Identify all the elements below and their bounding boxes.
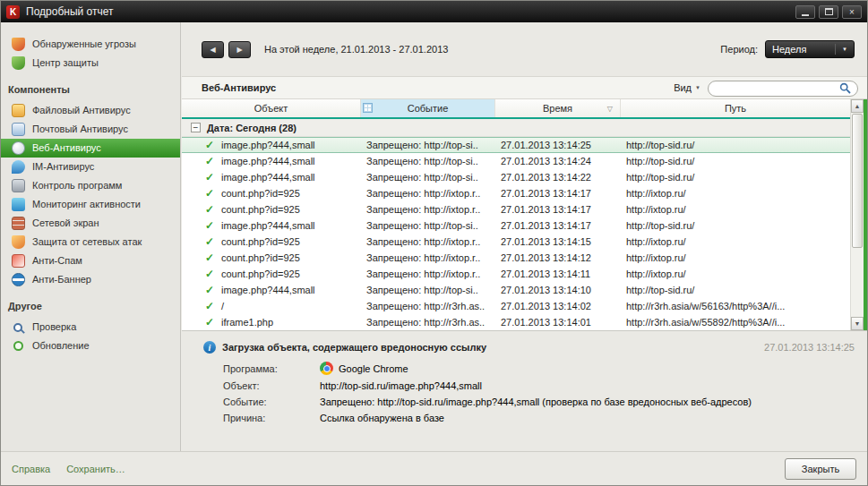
details-field-label: Событие: (223, 396, 320, 407)
check-icon: ✓ (205, 316, 216, 328)
sidebar-item-app-control[interactable]: Контроль программ (1, 176, 180, 195)
table-row[interactable]: ✓ count.php?id=925 Запрещено: http://ixt… (182, 250, 850, 266)
sidebar-item-update[interactable]: Обновление (1, 337, 180, 355)
path-cell: http://ixtop.ru/ (621, 269, 850, 279)
sidebar-item-anti-spam[interactable]: Анти-Спам (1, 252, 180, 270)
object-cell: ✓ count.php?id=925 (182, 187, 361, 200)
sidebar: Обнаруженные угрозы Центр защиты Компоне… (1, 22, 181, 451)
table-row[interactable]: ✓ image.php?444,small Запрещено: http://… (182, 217, 850, 234)
event-cell: Запрещено: http://ixtop.r.. (361, 252, 495, 263)
sidebar-item-label: Почтовый Антивирус (32, 124, 128, 135)
main-area: ◀ ▶ На этой неделе, 21.01.2013 - 27.01.2… (182, 22, 867, 451)
event-cell: Запрещено: http://top-si.. (361, 285, 495, 295)
sidebar-item-label: Анти-Баннер (32, 274, 91, 286)
column-header-path[interactable]: Путь (621, 99, 850, 117)
scrollbar-thumb[interactable] (852, 114, 863, 248)
details-field: Причина: Ссылка обнаружена в базе (223, 413, 855, 423)
details-field: Событие: Запрещено: http://top-sid.ru/im… (223, 396, 855, 407)
sort-descending-icon: ▽ (607, 105, 613, 113)
sidebar-item-network-attack[interactable]: Защита от сетевых атак (1, 233, 180, 252)
object-text: image.php?444,small (221, 172, 315, 183)
path-cell: http://top-sid.ru/ (621, 220, 850, 231)
help-link[interactable]: Справка (12, 464, 50, 474)
sidebar-item-label: Веб-Антивирус (32, 142, 101, 154)
sidebar-item-mail-av[interactable]: Почтовый Антивирус (1, 120, 180, 139)
scroll-down-button[interactable]: ▼ (851, 317, 864, 330)
group-row: − Дата: Сегодня (28) (182, 119, 850, 137)
view-dropdown[interactable]: Вид ▼ (674, 82, 700, 93)
table-row[interactable]: ✓ / Запрещено: http://r3rh.as.. 27.01.20… (182, 298, 850, 314)
sidebar-item-label: Файловый Антивирус (32, 105, 131, 116)
details-field-value: Google Chrome (339, 363, 408, 374)
mail-av-icon (12, 123, 25, 136)
back-button[interactable]: ◀ (202, 41, 224, 58)
details-panel: i Загрузка объекта, содержащего вредонос… (182, 330, 867, 451)
sidebar-item-label: Защита от сетевых атак (32, 236, 142, 248)
time-cell: 27.01.2013 13:14:24 (495, 156, 621, 166)
table-row[interactable]: ✓ image.php?444,small Запрещено: http://… (182, 169, 850, 185)
column-header-time[interactable]: Время ▽ (495, 99, 621, 117)
table-row[interactable]: ✓ count.php?id=925 Запрещено: http://ixt… (182, 185, 850, 201)
table-row[interactable]: ✓ image.php?444,small Запрещено: http://… (182, 282, 850, 298)
table-row[interactable]: ✓ count.php?id=925 Запрещено: http://ixt… (182, 201, 850, 217)
section-bar: Веб-Антивирус Вид ▼ (182, 76, 867, 99)
table-row[interactable]: ✓ iframe1.php Запрещено: http://r3rh.as.… (182, 314, 850, 330)
sidebar-item-label: IM-Антивирус (32, 161, 94, 173)
scroll-up-button[interactable]: ▲ (851, 99, 864, 113)
filter-icon[interactable] (363, 103, 373, 113)
column-header-object[interactable]: Объект (182, 99, 361, 117)
period-dropdown[interactable]: Неделя ▼ (765, 40, 855, 58)
sidebar-item-anti-banner[interactable]: Анти-Баннер (1, 270, 180, 289)
table-row[interactable]: ✓ count.php?id=925 Запрещено: http://ixt… (182, 234, 850, 250)
object-text: image.php?444,small (221, 156, 315, 166)
sidebar-item-firewall[interactable]: Сетевой экран (1, 214, 180, 233)
maximize-icon (825, 8, 833, 15)
event-cell: Запрещено: http://ixtop.r.. (361, 188, 495, 199)
titlebar: K Подробный отчет × (1, 1, 867, 22)
close-report-button[interactable]: Закрыть (785, 458, 856, 480)
object-text: count.php?id=925 (221, 236, 300, 247)
path-cell: http://r3rh.asia/w/56163/http%3A//i... (621, 301, 850, 311)
sidebar-item-protection-center[interactable]: Центр защиты (1, 54, 180, 72)
minimize-button[interactable] (795, 5, 815, 19)
details-field-value: Ссылка обнаружена в базе (320, 413, 444, 423)
period-label: Период: (720, 44, 758, 55)
sidebar-item-activity[interactable]: Мониторинг активности (1, 195, 180, 214)
protection-center-icon (12, 56, 25, 70)
check-icon: ✓ (205, 171, 216, 183)
column-header-event[interactable]: Событие (361, 99, 495, 117)
sidebar-item-threats[interactable]: Обнаруженные угрозы (1, 35, 180, 54)
details-field-label: Причина: (223, 413, 320, 423)
collapse-toggle[interactable]: − (191, 123, 201, 132)
object-cell: ✓ image.php?444,small (182, 155, 361, 167)
path-cell: http://ixtop.ru/ (621, 188, 850, 199)
check-icon: ✓ (205, 284, 216, 296)
path-cell: http://top-sid.ru/ (621, 172, 850, 183)
table-row[interactable]: ✓ count.php?id=925 Запрещено: http://ixt… (182, 266, 850, 282)
check-icon: ✓ (205, 139, 216, 151)
path-cell: http://top-sid.ru/ (621, 285, 850, 295)
object-cell: ✓ image.php?444,small (182, 139, 361, 151)
table-row[interactable]: ✓ image.php?444,small Запрещено: http://… (182, 153, 850, 169)
sidebar-item-web-av[interactable]: Веб-Антивирус (1, 139, 180, 158)
chevron-down-icon: ▼ (835, 44, 847, 55)
close-button[interactable]: × (842, 5, 862, 19)
object-text: / (221, 301, 224, 311)
save-link[interactable]: Сохранить… (66, 464, 125, 474)
firewall-icon (12, 217, 25, 230)
time-cell: 27.01.2013 13:14:17 (495, 204, 621, 215)
object-text: count.php?id=925 (221, 269, 300, 279)
anti-spam-icon (12, 254, 25, 268)
maximize-button[interactable] (819, 5, 838, 19)
sidebar-item-im-av[interactable]: IM-Антивирус (1, 158, 180, 176)
sidebar-item-label: Контроль программ (32, 180, 122, 192)
app-control-icon (12, 179, 25, 192)
time-cell: 27.01.2013 13:14:17 (495, 220, 621, 231)
object-cell: ✓ count.php?id=925 (182, 252, 361, 264)
sidebar-item-scan[interactable]: Проверка (1, 318, 180, 337)
sidebar-item-file-av[interactable]: Файловый Антивирус (1, 101, 180, 120)
details-field-value: http://top-sid.ru/image.php?444,small (320, 380, 482, 391)
search-input[interactable] (708, 81, 858, 97)
table-row[interactable]: ✓ image.php?444,small Запрещено: http://… (182, 137, 850, 153)
forward-button[interactable]: ▶ (228, 41, 251, 58)
